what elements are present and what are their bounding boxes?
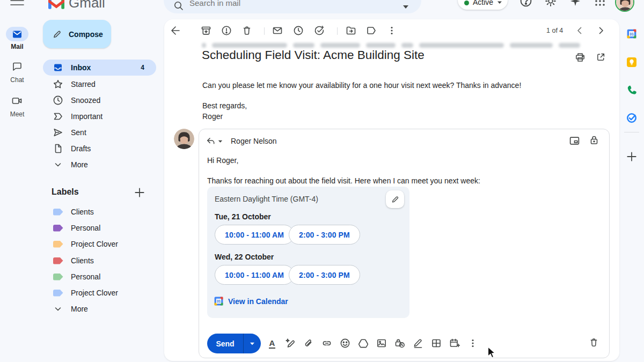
draft-file-icon	[53, 143, 63, 154]
search-options-caret-icon[interactable]	[402, 2, 409, 12]
reply-type-button[interactable]	[206, 136, 223, 146]
delete-button[interactable]	[241, 25, 252, 36]
snooze-button[interactable]	[293, 25, 304, 36]
sidebar-item-important[interactable]: Important	[43, 108, 156, 124]
insert-emoji-button[interactable]	[340, 338, 350, 349]
apps-grid-button[interactable]	[594, 0, 606, 8]
open-in-new-icon	[596, 52, 606, 62]
time-slot-chip[interactable]: 2:00 - 3:00 PM	[289, 225, 360, 245]
star-icon	[53, 79, 63, 90]
add-to-tasks-button[interactable]	[314, 25, 325, 36]
sidebar-item-snoozed[interactable]: Snoozed	[43, 92, 156, 108]
insert-link-button[interactable]	[321, 338, 332, 349]
propose-meeting-time-button[interactable]	[449, 338, 460, 349]
compose-button[interactable]: Compose	[43, 20, 111, 48]
label-name: Project Clover	[71, 240, 118, 248]
open-in-new-button[interactable]	[596, 52, 606, 62]
sidebar-item-sent[interactable]: Sent	[43, 124, 156, 141]
send-button[interactable]: Send	[207, 339, 243, 348]
time-slot-chip[interactable]: 2:00 - 3:00 PM	[289, 265, 360, 285]
label-item[interactable]: Project Clover	[43, 236, 156, 252]
status-chip[interactable]: Active	[458, 0, 508, 10]
insert-photo-button[interactable]	[376, 338, 387, 349]
formatting-button[interactable]: A	[267, 338, 277, 349]
format-letter-icon: A	[269, 338, 276, 349]
calendar-plus-icon	[449, 338, 460, 349]
label-tag-icon	[53, 257, 63, 264]
search-input[interactable]	[189, 0, 383, 8]
google-voice-icon	[626, 85, 637, 95]
labels-more[interactable]: More	[43, 301, 156, 317]
folder-move-icon	[346, 25, 356, 36]
attach-file-button[interactable]	[303, 338, 314, 349]
important-marker-icon	[53, 111, 63, 122]
inbox-icon	[53, 62, 63, 73]
more-options-button[interactable]	[386, 25, 397, 36]
time-slot-chip[interactable]: 10:00 - 11:00 AM	[215, 225, 294, 245]
popout-reply-button[interactable]	[569, 135, 580, 146]
reply-greeting: Hi Roger,	[207, 155, 238, 166]
get-addons-button[interactable]	[626, 151, 638, 162]
sidebar-item-inbox[interactable]: Inbox 4	[43, 60, 156, 76]
help-button[interactable]	[519, 0, 532, 8]
newer-email-button[interactable]	[575, 26, 584, 35]
picture-in-picture-icon	[569, 135, 580, 146]
mark-unread-button[interactable]	[272, 25, 283, 36]
reply-recipient[interactable]: Roger Nelson	[231, 137, 277, 145]
confidential-mode-button[interactable]	[394, 338, 405, 349]
view-in-calendar-link[interactable]: View in Calendar	[228, 297, 288, 306]
more-compose-options-button[interactable]	[467, 338, 478, 349]
older-email-button[interactable]	[596, 26, 606, 35]
side-panel-calendar-button[interactable]: 31	[626, 28, 637, 39]
rail-item-mail[interactable]	[6, 27, 28, 41]
more-vert-icon	[467, 338, 478, 349]
rail-label-meet: Meet	[0, 110, 34, 118]
sidebar-item-more[interactable]: More	[43, 157, 156, 173]
edit-scheduler-button[interactable]	[386, 190, 404, 208]
svg-text:31: 31	[630, 32, 634, 36]
label-item[interactable]: Personal	[43, 269, 156, 285]
help-me-write-button[interactable]	[285, 338, 296, 349]
side-panel-voice-button[interactable]	[626, 85, 637, 95]
label-item[interactable]: Clients	[43, 204, 156, 220]
main-menu-button[interactable]	[10, 0, 25, 6]
rail-item-chat[interactable]	[12, 61, 23, 72]
pen-sparkle-icon	[285, 338, 296, 349]
discard-draft-button[interactable]	[589, 337, 599, 348]
sidebar-item-drafts[interactable]: Drafts	[43, 141, 156, 157]
label-name: Project Clover	[71, 289, 118, 297]
sidebar-item-starred[interactable]: Starred	[43, 76, 156, 92]
move-to-button[interactable]	[346, 25, 356, 36]
archive-button[interactable]	[201, 25, 211, 36]
time-slot-chip[interactable]: 10:00 - 11:00 AM	[215, 265, 294, 285]
reply-intro: Thanks for reaching out about the field …	[207, 175, 480, 186]
status-dot-icon	[464, 1, 469, 5]
printer-icon	[575, 52, 586, 63]
side-panel-keep-button[interactable]	[626, 57, 637, 68]
labels-button[interactable]	[366, 25, 377, 36]
insert-from-drive-button[interactable]	[358, 338, 369, 349]
google-keep-icon	[626, 57, 637, 68]
sidebar-item-label: Starred	[71, 80, 96, 88]
email-body: Can you please let me know your availabi…	[202, 80, 521, 91]
reply-avatar	[174, 129, 194, 149]
label-item[interactable]: Personal	[43, 220, 156, 236]
report-spam-button[interactable]	[221, 25, 232, 36]
gemini-sparkle-button[interactable]	[569, 0, 582, 8]
signature-pen-button[interactable]	[413, 338, 423, 349]
side-panel-tasks-button[interactable]	[626, 113, 637, 123]
settings-gear-button[interactable]	[544, 0, 557, 8]
chevron-right-icon	[596, 26, 606, 35]
profile-avatar[interactable]	[615, 0, 634, 12]
send-options-button[interactable]	[244, 334, 261, 353]
search-bar[interactable]	[164, 0, 421, 13]
back-button[interactable]	[170, 25, 181, 36]
sidebar-item-label: Inbox	[71, 63, 91, 72]
insert-table-button[interactable]	[431, 338, 442, 349]
label-item[interactable]: Clients	[43, 253, 156, 269]
rail-item-meet[interactable]	[11, 95, 23, 106]
label-item[interactable]: Project Clover	[43, 285, 156, 301]
security-lock-button[interactable]	[589, 135, 599, 145]
print-button[interactable]	[575, 52, 586, 63]
add-label-button[interactable]	[134, 187, 145, 198]
